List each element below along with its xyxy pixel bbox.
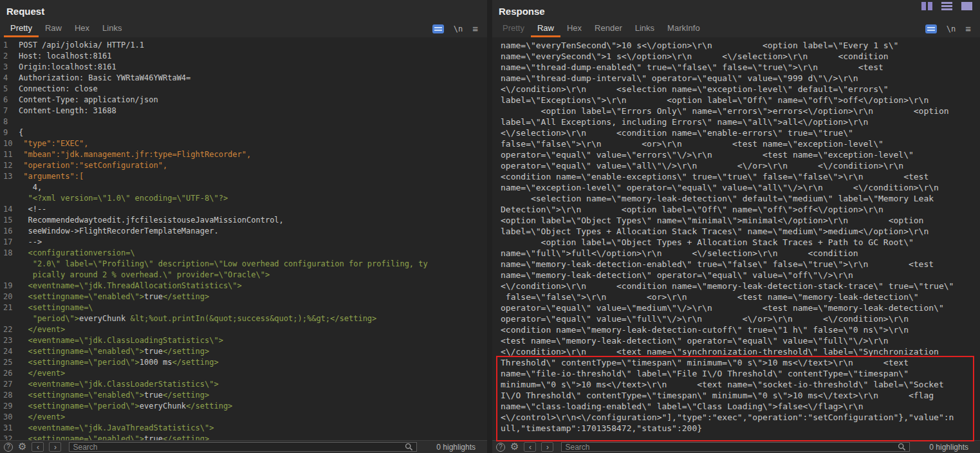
request-code-line: 31 <eventname=\"jdk.JavaThreadStatistics… <box>0 423 487 434</box>
request-code-line: "<?xml version=\"1.0\" encoding=\"UTF-8\… <box>0 193 487 204</box>
request-title: Request <box>6 6 44 17</box>
request-code-line: 6Content-Type: application/json <box>0 95 487 106</box>
request-code-line: 30 </event> <box>0 412 487 423</box>
single-layout-icon[interactable] <box>961 2 972 10</box>
response-code-line: <\/condition>\r\n <selection name=\"exce… <box>501 84 980 95</box>
response-search-bar: ? ⚙ ‹ › 0 highlights <box>492 440 980 453</box>
request-panel: Request PrettyRawHexLinks \n ≡ 1POST /ap… <box>0 0 487 453</box>
editor-menu-icon[interactable]: ≡ <box>472 24 478 33</box>
panel-divider[interactable] <box>487 0 492 453</box>
tab-pretty[interactable]: Pretty <box>496 21 531 37</box>
tab-links[interactable]: Links <box>629 21 661 37</box>
response-code-line: label=\"Object Types + Allocation Stack … <box>501 226 980 237</box>
gear-icon[interactable]: ⚙ <box>510 442 519 452</box>
response-code-line: operator=\"equal\" value=\"all\"\/>\r\n … <box>501 160 980 171</box>
response-code-line: I\/O Threshold\" contentType=\"timespan\… <box>501 390 980 401</box>
request-code-line: 3Origin:localhost:8161 <box>0 62 487 73</box>
editor-menu-icon[interactable]: ≡ <box>965 24 971 33</box>
response-code-line: operator=\"equal\" value=\"full\"\/>\r\n… <box>501 313 980 324</box>
request-code-line: 4, <box>0 182 487 193</box>
newline-toggle[interactable]: \n <box>454 24 463 33</box>
response-code-line: <option label=\"Object Types + Allocatio… <box>501 237 980 248</box>
response-code-line: name=\"full\">full<\/option>\r\n <\/sele… <box>501 248 980 259</box>
request-code-line: 8 <box>0 116 487 127</box>
request-code-line: 18 <configurationversion=\ <box>0 248 487 259</box>
request-search-field <box>69 442 417 452</box>
burp-message-editor: Request PrettyRawHexLinks \n ≡ 1POST /ap… <box>0 0 980 453</box>
help-icon[interactable]: ? <box>496 443 505 452</box>
response-code-line: Detection\">\r\n <option label=\"Off\" n… <box>501 204 980 215</box>
response-code-line: ull,"timestamp":1701358472,"status":200} <box>501 423 980 434</box>
response-code-line: <\/control>\r\n<\/configuration>"],"type… <box>501 412 980 423</box>
response-tabbar: PrettyRawHexRenderLinksMarkInfo \n ≡ <box>492 21 980 37</box>
request-tabs: PrettyRawHexLinks <box>4 21 128 37</box>
columns-layout-icon[interactable] <box>921 2 932 10</box>
tab-hex[interactable]: Hex <box>68 21 96 37</box>
response-code-line: <\/selection>\r\n <condition name=\"enab… <box>501 127 980 138</box>
response-code-line: name=\"everyTenSecond\">10 s<\/option>\r… <box>501 40 980 51</box>
request-code-line: 25 <settingname=\"period\">1000 ms</sett… <box>0 357 487 368</box>
response-code-line: <option label=\"Object Types\" name=\"mi… <box>501 215 980 226</box>
request-code-line: 23 <eventname=\"jdk.ClassLoadingStatisti… <box>0 335 487 346</box>
request-code-line: 19 <eventname=\"jdk.ThreadAllocationStat… <box>0 281 487 291</box>
response-code-line: <\/condition>\r\n <condition name=\"memo… <box>501 281 980 291</box>
response-code-line: name=\"everySecond\">1 s<\/option>\r\n <… <box>501 51 980 62</box>
request-code-line: 32 <settingname=\"enabled\">true</settin… <box>0 434 487 440</box>
request-code-line: 9{ <box>0 127 487 138</box>
response-panel: Response PrettyRawHexRenderLinksMarkInfo… <box>492 0 980 453</box>
tab-links[interactable]: Links <box>96 21 128 37</box>
request-editor[interactable]: 1POST /api/jolokia/ HTTP/1.12Host: local… <box>0 37 487 440</box>
response-code: name=\"everyTenSecond\">10 s<\/option>\r… <box>501 40 980 434</box>
response-header: Response <box>492 0 980 21</box>
next-match-button[interactable]: › <box>49 442 61 452</box>
response-code-line: label=\"Exceptions\">\r\n <option label=… <box>501 95 980 106</box>
rows-layout-icon[interactable] <box>941 2 952 10</box>
response-code-line: <test name=\"memory-leak-detection\" ope… <box>501 335 980 346</box>
prev-match-button[interactable]: ‹ <box>32 442 44 452</box>
response-code-line: name=\"exception-level\" operator=\"equa… <box>501 182 980 193</box>
response-code-line: name=\"class-loading-enabled\" label=\"C… <box>501 401 980 412</box>
request-code-line: "period\">everyChunk &lt;%out.printIn(&q… <box>0 313 487 324</box>
request-code-line: 7Content-Length: 31688 <box>0 106 487 116</box>
tab-pretty[interactable]: Pretty <box>4 21 39 37</box>
pretty-print-icon[interactable] <box>925 24 937 33</box>
help-icon[interactable]: ? <box>4 443 13 452</box>
request-search-bar: ? ⚙ ‹ › 0 highlights <box>0 440 487 453</box>
request-editor-tools: \n ≡ <box>432 24 478 37</box>
response-code-line: <option label=\"Errors Only\" name=\"err… <box>501 106 980 116</box>
tab-markinfo[interactable]: MarkInfo <box>661 21 707 37</box>
request-code-line: "2.0\" label=\"Profiling\" description=\… <box>0 259 487 270</box>
highlights-count: 0 highlights <box>929 443 968 452</box>
tab-raw[interactable]: Raw <box>531 21 560 37</box>
highlights-count: 0 highlights <box>436 443 476 452</box>
request-code-line: 2Host: localhost:8161 <box>0 51 487 62</box>
tab-hex[interactable]: Hex <box>560 21 588 37</box>
request-search-input[interactable] <box>73 443 405 452</box>
request-code-line: 20 <settingname=\"enabled\">true</settin… <box>0 291 487 302</box>
request-code-line: 15 Recommendedwaytoedit.jfcfilesistouseJ… <box>0 215 487 226</box>
response-code-line: name=\"file-io-threshold\" label=\"File … <box>501 368 980 379</box>
response-code-line: false=\"false\">\r\n <or>\r\n <test name… <box>501 138 980 149</box>
request-code-line: 16 seeWindow->FlightRecorderTemplateMana… <box>0 226 487 237</box>
gear-icon[interactable]: ⚙ <box>18 442 26 452</box>
response-code-line: false=\"false\">\r\n <or>\r\n <test name… <box>501 291 980 302</box>
response-editor[interactable]: name=\"everyTenSecond\">10 s<\/option>\r… <box>492 37 980 440</box>
tab-render[interactable]: Render <box>588 21 629 37</box>
request-header: Request <box>0 0 487 21</box>
request-code-line: 27 <eventname=\"jdk.ClassLoaderStatistic… <box>0 379 487 390</box>
tab-raw[interactable]: Raw <box>39 21 68 37</box>
request-code-line: 11 "mbean":"jdk.management.jfr:type=Flig… <box>0 149 487 160</box>
prev-match-button[interactable]: ‹ <box>524 442 536 452</box>
response-title: Response <box>499 6 545 17</box>
request-code-line: 22 </event> <box>0 324 487 335</box>
newline-toggle[interactable]: \n <box>947 24 956 33</box>
request-code-line: 21 <settingname=\ <box>0 302 487 313</box>
request-code-line: 13 "arguments":[ <box>0 171 487 182</box>
pretty-print-icon[interactable] <box>432 24 444 33</box>
response-search-input[interactable] <box>565 443 898 452</box>
response-code-line: name=\"memory-leak-detection\" operator=… <box>501 270 980 281</box>
next-match-button[interactable]: › <box>541 442 553 452</box>
request-code-line: pically around 2 % overhead.\" provider=… <box>0 270 487 281</box>
response-code-line: name=\"memory-leak-detection-enabled\" t… <box>501 259 980 270</box>
request-code-line: 29 <settingname=\"period\">everyChunk</s… <box>0 401 487 412</box>
